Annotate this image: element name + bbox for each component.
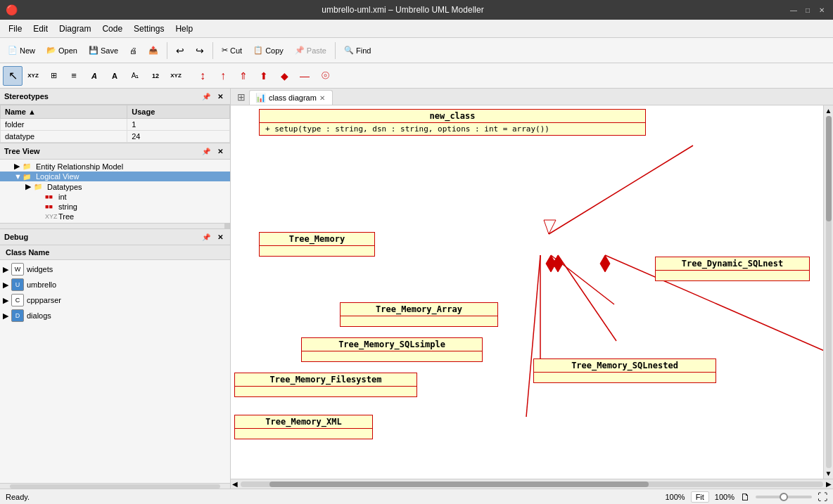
class-tree-memory-sqlsimple[interactable]: Tree_Memory_SQLsimple: [301, 337, 483, 362]
copy-icon: 📋: [253, 46, 263, 55]
tab-close-button[interactable]: ✕: [319, 94, 325, 102]
class-title-tree-dynamic: Tree_Dynamic_SQLnest: [656, 257, 809, 271]
close-button[interactable]: ✕: [816, 4, 827, 15]
scroll-left-button[interactable]: ◀: [232, 480, 238, 488]
up-arrow2-tool[interactable]: ⇑: [234, 66, 253, 86]
usage-column-header[interactable]: Usage: [127, 105, 230, 119]
line-tool[interactable]: —: [295, 66, 314, 86]
class-title-tree-memory-sqlsimple: Tree_Memory_SQLsimple: [302, 338, 482, 351]
zoom-slider[interactable]: [756, 496, 812, 498]
open-button[interactable]: 📂 Open: [42, 44, 82, 57]
find-label: Find: [356, 46, 371, 55]
minimize-button[interactable]: —: [788, 4, 799, 15]
debug-item-label: widgets: [27, 265, 53, 273]
new-button[interactable]: 📄 New: [3, 44, 40, 57]
scroll-down-button[interactable]: ▼: [825, 470, 832, 477]
stereo-usage: 1: [127, 119, 230, 131]
scroll-track[interactable]: [826, 116, 832, 468]
find-button[interactable]: 🔍 Find: [339, 44, 376, 57]
fullscreen-icon[interactable]: ⛶: [818, 491, 827, 503]
horizontal-scrollbar[interactable]: ◀ ▶: [231, 479, 833, 489]
scroll-thumb[interactable]: [826, 116, 832, 221]
text-bold-tool[interactable]: A: [105, 66, 125, 86]
debug-item-umbrello[interactable]: ▶ U umbrello: [0, 277, 230, 292]
copy-button[interactable]: 📋 Copy: [248, 44, 288, 57]
text-tool[interactable]: A: [84, 66, 104, 86]
xyz-box-tool[interactable]: XYZ: [166, 66, 186, 86]
debug-item-cppparser[interactable]: ▶ C cppparser: [0, 292, 230, 308]
tree-item-entity-relationship[interactable]: ▶ 📁 Entity Relationship Model: [0, 161, 230, 172]
debug-pin[interactable]: 📌: [201, 231, 212, 243]
tree-item-int[interactable]: ■■ int: [0, 192, 230, 202]
stereotypes-panel: Stereotypes 📌 ✕ Name ▲ Usage: [0, 89, 230, 143]
debug-item-widgets[interactable]: ▶ W widgets: [0, 261, 230, 277]
class-tree-memory-array[interactable]: Tree_Memory_Array: [340, 302, 498, 327]
class-diagram-tab[interactable]: 📊 class diagram ✕: [249, 90, 333, 105]
text-num-tool[interactable]: 12: [146, 66, 165, 86]
save-button[interactable]: 💾 Save: [84, 44, 123, 57]
new-tab-button[interactable]: ⊞: [234, 89, 249, 105]
diagram-canvas[interactable]: new_class + setup(type : string, dsn : s…: [231, 105, 823, 479]
paste-button[interactable]: 📌 Paste: [290, 44, 331, 57]
red-arrow-tool[interactable]: ↕: [193, 66, 212, 86]
entity-tool[interactable]: ⊞: [44, 66, 63, 86]
class-tree-dynamic[interactable]: Tree_Dynamic_SQLnest: [655, 257, 810, 281]
cut-icon: ✂: [222, 46, 228, 55]
tree-view-pin[interactable]: 📌: [201, 146, 212, 157]
up-arrow3-tool[interactable]: ⬆: [254, 66, 274, 86]
expand-arrow[interactable]: ▼: [14, 172, 23, 181]
menu-code[interactable]: Code: [96, 22, 128, 35]
class-tree-memory-xml[interactable]: Tree_Memory_XML: [234, 415, 373, 439]
up-arrow-tool[interactable]: ↑: [213, 66, 233, 86]
undo-button[interactable]: ↩: [171, 43, 189, 58]
debug-item-label: umbrello: [27, 280, 56, 289]
xyz-tool[interactable]: XYZ: [23, 66, 43, 86]
no-arrow: [37, 193, 45, 201]
class-tree-memory-sqlnested[interactable]: Tree_Memory_SQLnested: [533, 358, 716, 383]
debug-item-dialogs[interactable]: ▶ D dialogs: [0, 308, 230, 323]
menu-help[interactable]: Help: [170, 22, 198, 35]
expand-arrow[interactable]: ▶: [14, 162, 23, 171]
stereotypes-header: Stereotypes 📌 ✕: [0, 89, 230, 105]
print-button[interactable]: 🖨: [125, 44, 142, 57]
menu-file[interactable]: File: [3, 22, 27, 35]
circle-tool[interactable]: ⦾: [315, 66, 335, 86]
menu-settings[interactable]: Settings: [128, 22, 170, 35]
redo-button[interactable]: ↪: [191, 43, 209, 58]
h-scroll-thumb[interactable]: [269, 482, 648, 487]
menu-edit[interactable]: Edit: [27, 22, 53, 35]
class-tree-memory-filesystem[interactable]: Tree_Memory_Filesystem: [234, 373, 417, 397]
class-red-icon: ■■: [45, 193, 56, 200]
text-italic-tool[interactable]: A₁: [125, 66, 145, 86]
cut-label: Cut: [230, 46, 242, 55]
select-tool[interactable]: ↖: [3, 66, 23, 86]
scroll-up-button[interactable]: ▲: [825, 107, 832, 115]
expand-arrow[interactable]: ▶: [25, 182, 34, 191]
debug-item-icon: C: [11, 294, 24, 306]
diamond-tool[interactable]: ◆: [274, 66, 294, 86]
name-column-header[interactable]: Name ▲: [1, 105, 127, 119]
tree-item-logical-view[interactable]: ▼ 📁 Logical View: [0, 172, 230, 181]
titlebar: 🔴 umbrello-uml.xmi – Umbrello UML Modell…: [0, 0, 833, 20]
tree-item-datatypes[interactable]: ▶ 📁 Datatypes: [0, 181, 230, 192]
debug-close[interactable]: ✕: [215, 231, 226, 243]
tree-item-tree[interactable]: XYZ Tree: [0, 212, 230, 221]
scroll-right-button[interactable]: ▶: [826, 480, 832, 488]
stereotypes-close[interactable]: ✕: [215, 91, 226, 102]
tree-item-string[interactable]: ■■ string: [0, 202, 230, 212]
h-scroll-track[interactable]: [241, 482, 823, 487]
tab-label: class diagram: [269, 93, 317, 102]
debug-item-arrow: ▶: [3, 280, 11, 290]
class-tree-memory[interactable]: Tree_Memory: [259, 232, 375, 257]
debug-item-icon: U: [11, 278, 24, 291]
menu-diagram[interactable]: Diagram: [53, 22, 96, 35]
vertical-scrollbar[interactable]: ▲ ▼: [823, 105, 833, 479]
class-new-class[interactable]: new_class + setup(type : string, dsn : s…: [259, 109, 646, 136]
cut-button[interactable]: ✂ Cut: [217, 44, 247, 57]
zoom-slider-thumb[interactable]: [780, 493, 788, 501]
stereotypes-pin[interactable]: 📌: [201, 91, 212, 102]
tree-view-close[interactable]: ✕: [215, 146, 226, 157]
maximize-button[interactable]: □: [802, 4, 813, 15]
fit-button[interactable]: Fit: [691, 491, 709, 503]
export-button[interactable]: 📤: [144, 44, 163, 57]
